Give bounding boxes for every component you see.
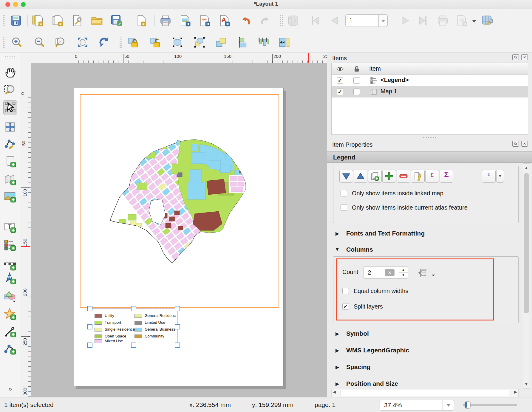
visibility-column-header[interactable] — [332, 63, 348, 75]
sum-button[interactable]: Σ — [440, 170, 453, 183]
export-pdf-button[interactable]: A — [218, 14, 231, 27]
spinner-buttons[interactable]: ▲ ▼ — [399, 267, 408, 278]
scroll-up-icon[interactable]: ▲ — [523, 164, 530, 172]
atlas-page-input[interactable]: 1 — [345, 14, 379, 27]
last-feature-button[interactable] — [417, 14, 431, 27]
count-spinbox[interactable]: 2 ✕ ▲ ▼ — [363, 266, 408, 279]
spacing-section-arrow[interactable]: ▶ — [335, 364, 339, 370]
add-scalebar-button[interactable] — [3, 258, 17, 273]
redo-button[interactable] — [259, 14, 273, 27]
resize-items-button[interactable] — [277, 35, 291, 49]
move-content-tool[interactable] — [3, 120, 17, 135]
scroll-right-icon[interactable]: ▶ — [514, 390, 517, 394]
float-panel-icon[interactable]: ⧉ — [512, 141, 519, 147]
select-all-button[interactable] — [171, 35, 184, 49]
print-button[interactable] — [159, 14, 172, 27]
add-item-button[interactable] — [382, 170, 396, 183]
scroll-down-icon[interactable]: ▼ — [523, 380, 530, 388]
items-row-legend[interactable]: ✓ <Legend> — [332, 75, 528, 86]
add-picture-button[interactable] — [3, 190, 17, 205]
close-panel-icon[interactable]: ✕ — [521, 54, 528, 60]
unlock-items-button[interactable] — [149, 35, 162, 49]
visibility-checkbox[interactable]: ✓ — [337, 89, 343, 95]
columns-section-header[interactable]: Columns — [346, 246, 373, 253]
equal-column-widths-checkbox[interactable] — [342, 288, 349, 294]
add-from-template-button[interactable]: ✶ — [134, 14, 148, 27]
select-move-item-tool[interactable] — [3, 100, 17, 115]
align-items-button[interactable] — [236, 35, 249, 49]
edit-item-button[interactable] — [411, 170, 425, 183]
add-marker-button[interactable] — [3, 308, 17, 323]
vertical-scrollbar[interactable]: ▲ ▼ — [523, 163, 530, 389]
toolbar-drag-handle[interactable] — [5, 55, 16, 59]
add-arrow-button[interactable] — [3, 325, 17, 340]
resize-handle[interactable] — [131, 306, 136, 311]
resize-handle[interactable] — [175, 343, 180, 348]
zoom-out-button[interactable] — [33, 35, 47, 49]
open-folder-button[interactable] — [90, 14, 104, 27]
next-feature-button[interactable] — [399, 14, 413, 27]
close-panel-icon[interactable]: ✕ — [521, 141, 528, 147]
lock-column-header[interactable] — [348, 63, 365, 75]
fonts-section-arrow[interactable]: ▶ — [335, 231, 339, 236]
resize-handle[interactable] — [175, 324, 180, 329]
lock-checkbox[interactable] — [353, 77, 360, 84]
atlas-page-dropdown[interactable] — [379, 14, 388, 27]
export-svg-button[interactable]: ✳ — [198, 14, 212, 27]
horizontal-scrollbar[interactable]: ◀ ▶ — [331, 389, 519, 397]
add-group-button[interactable] — [368, 170, 382, 183]
item-label[interactable]: Map 1 — [381, 88, 397, 95]
only-atlas-checkbox[interactable] — [341, 204, 347, 211]
raise-items-button[interactable] — [214, 35, 228, 49]
expression-button[interactable]: ε — [425, 170, 439, 183]
distribute-items-button[interactable] — [256, 35, 270, 49]
symbol-section-header[interactable]: Symbol — [346, 330, 369, 337]
zoom-dropdown[interactable] — [443, 400, 454, 410]
atlas-settings-button[interactable] — [481, 14, 494, 27]
undo-button[interactable] — [239, 14, 252, 27]
add-page-button[interactable] — [3, 155, 17, 170]
zoom-tool[interactable] — [3, 83, 17, 98]
save-project-button[interactable] — [9, 14, 23, 27]
float-panel-icon[interactable]: ⧉ — [512, 54, 519, 60]
layout-canvas[interactable]: Utility Transport Single Residence Open … — [31, 63, 327, 397]
add-north-arrow-button[interactable]: N — [3, 272, 17, 287]
split-layers-checkbox[interactable]: ✓ — [342, 303, 349, 310]
export-atlas-dropdown[interactable] — [472, 20, 476, 23]
data-defined-override-icon[interactable] — [417, 267, 431, 279]
resize-handle[interactable] — [87, 324, 92, 329]
toolbar-drag-handle[interactable] — [2, 36, 5, 49]
zoom-full-button[interactable] — [76, 35, 89, 49]
remove-item-button[interactable] — [397, 170, 410, 183]
lock-checkbox[interactable] — [353, 89, 360, 95]
add-node-item-button[interactable] — [3, 342, 17, 357]
scrollbar-thumb[interactable] — [524, 173, 529, 313]
pan-tool[interactable] — [3, 66, 17, 80]
toolbar-drag-handle[interactable] — [119, 36, 122, 49]
data-defined-dropdown[interactable] — [432, 275, 435, 276]
columns-section-arrow[interactable]: ▼ — [335, 247, 340, 252]
item-column-header[interactable]: Item — [369, 65, 381, 72]
data-defined-filter-dropdown[interactable] — [496, 170, 504, 183]
wms-section-arrow[interactable]: ▶ — [335, 348, 339, 353]
save-as-template-button[interactable] — [110, 14, 123, 27]
spacing-section-header[interactable]: Spacing — [346, 363, 371, 371]
add-shape-button[interactable] — [3, 290, 17, 305]
previous-feature-button[interactable] — [327, 14, 341, 27]
fonts-section-header[interactable]: Fonts and Text Formatting — [346, 230, 425, 237]
resize-handle[interactable] — [131, 343, 136, 348]
zoom-slider-track[interactable] — [463, 404, 517, 406]
toolbar-drag-handle[interactable] — [2, 14, 5, 27]
export-image-button[interactable] — [178, 14, 192, 27]
symbol-section-arrow[interactable]: ▶ — [335, 331, 339, 337]
add-legend-button[interactable] — [3, 238, 17, 253]
position-section-arrow[interactable]: ▶ — [335, 381, 339, 387]
export-atlas-button[interactable] — [455, 14, 469, 27]
position-section-header[interactable]: Position and Size — [346, 380, 398, 387]
refresh-view-button[interactable] — [97, 35, 111, 49]
add-map-button[interactable] — [3, 173, 17, 188]
legend-item[interactable]: Utility Transport Single Residence Open … — [90, 309, 177, 345]
zoom-actual-size-button[interactable]: 1:1 — [54, 35, 67, 49]
item-label[interactable]: <Legend> — [381, 77, 409, 83]
deselect-all-button[interactable] — [193, 35, 206, 49]
